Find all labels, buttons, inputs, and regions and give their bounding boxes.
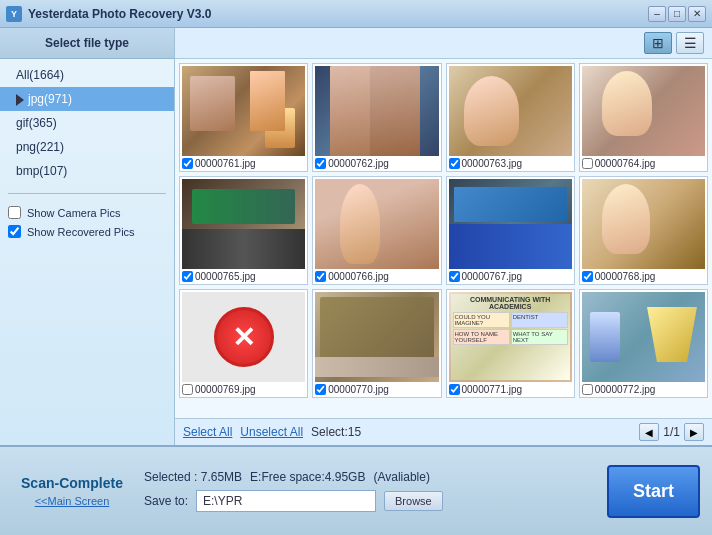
photo-label-11: 00000771.jpg — [449, 382, 572, 395]
file-type-all[interactable]: All(1664) — [0, 63, 174, 87]
list-view-button[interactable]: ☰ — [676, 32, 704, 54]
start-button[interactable]: Start — [607, 465, 700, 518]
photo-label-7: 00000767.jpg — [449, 269, 572, 282]
close-button[interactable]: ✕ — [688, 6, 706, 22]
selected-info-row: Selected : 7.65MB E:Free space:4.95GB (A… — [144, 470, 595, 484]
file-type-gif[interactable]: gif(365) — [0, 111, 174, 135]
free-space-info: E:Free space:4.95GB — [250, 470, 365, 484]
photo-cell-3: 00000763.jpg — [446, 63, 575, 172]
photo-thumb-8 — [582, 179, 705, 269]
photo-thumb-3 — [449, 66, 572, 156]
photo-name-1: 00000761.jpg — [195, 158, 256, 169]
grid-view-button[interactable]: ⊞ — [644, 32, 672, 54]
photo-name-2: 00000762.jpg — [328, 158, 389, 169]
show-camera-label: Show Camera Pics — [27, 207, 121, 219]
photo-check-8[interactable] — [582, 271, 593, 282]
photo-thumb-6 — [315, 179, 438, 269]
photo-grid-container[interactable]: 00000761.jpg 00000762.jpg — [175, 59, 712, 418]
browse-button[interactable]: Browse — [384, 491, 443, 511]
save-to-row: Save to: Browse — [144, 490, 595, 512]
photo-name-6: 00000766.jpg — [328, 271, 389, 282]
photo-name-12: 00000772.jpg — [595, 384, 656, 395]
main-screen-link[interactable]: <<Main Screen — [35, 495, 110, 507]
photo-check-12[interactable] — [582, 384, 593, 395]
photo-thumb-2 — [315, 66, 438, 156]
show-recovered-row: Show Recovered Pics — [8, 225, 166, 238]
selected-info: Selected : 7.65MB — [144, 470, 242, 484]
photo-label-1: 00000761.jpg — [182, 156, 305, 169]
photo-check-1[interactable] — [182, 158, 193, 169]
photo-name-3: 00000763.jpg — [462, 158, 523, 169]
prev-page-button[interactable]: ◀ — [639, 423, 659, 441]
page-info: 1/1 — [663, 425, 680, 439]
photo-name-11: 00000771.jpg — [462, 384, 523, 395]
photo-thumb-12 — [582, 292, 705, 382]
photo-name-9: 00000769.jpg — [195, 384, 256, 395]
toolbar-row: ⊞ ☰ — [175, 28, 712, 59]
photo-check-5[interactable] — [182, 271, 193, 282]
unselect-all-link[interactable]: Unselect All — [240, 425, 303, 439]
restore-button[interactable]: □ — [668, 6, 686, 22]
select-count: Select:15 — [311, 425, 361, 439]
active-arrow-icon — [16, 94, 24, 106]
photo-cell-12: 00000772.jpg — [579, 289, 708, 398]
photo-thumb-10 — [315, 292, 438, 382]
photo-name-4: 00000764.jpg — [595, 158, 656, 169]
photo-check-3[interactable] — [449, 158, 460, 169]
save-path-input[interactable] — [196, 490, 376, 512]
content-area: ⊞ ☰ 00000761.jpg — [175, 28, 712, 445]
file-type-png[interactable]: png(221) — [0, 135, 174, 159]
title-bar: Y Yesterdata Photo Recovery V3.0 – □ ✕ — [0, 0, 712, 28]
photo-check-2[interactable] — [315, 158, 326, 169]
photo-label-4: 00000764.jpg — [582, 156, 705, 169]
photo-check-9[interactable] — [182, 384, 193, 395]
scan-status: Scan-Complete <<Main Screen — [12, 475, 132, 507]
photo-label-6: 00000766.jpg — [315, 269, 438, 282]
camera-options: Show Camera Pics Show Recovered Pics — [0, 200, 174, 244]
photo-thumb-1 — [182, 66, 305, 156]
photo-cell-4: 00000764.jpg — [579, 63, 708, 172]
file-type-jpg[interactable]: jpg(971) — [0, 87, 174, 111]
photo-check-4[interactable] — [582, 158, 593, 169]
file-type-list: All(1664) jpg(971) gif(365) png(221) bmp… — [0, 59, 174, 187]
photo-thumb-4 — [582, 66, 705, 156]
photo-cell-5: 00000765.jpg — [179, 176, 308, 285]
photo-cell-7: 00000767.jpg — [446, 176, 575, 285]
photo-cell-10: 00000770.jpg — [312, 289, 441, 398]
photo-cell-2: 00000762.jpg — [312, 63, 441, 172]
show-recovered-checkbox[interactable] — [8, 225, 21, 238]
save-to-label: Save to: — [144, 494, 188, 508]
photo-thumb-7 — [449, 179, 572, 269]
show-recovered-label: Show Recovered Pics — [27, 226, 135, 238]
photo-label-3: 00000763.jpg — [449, 156, 572, 169]
photo-cell-9: ✕ 00000769.jpg — [179, 289, 308, 398]
file-type-bmp[interactable]: bmp(107) — [0, 159, 174, 183]
photo-name-10: 00000770.jpg — [328, 384, 389, 395]
bottom-info: Selected : 7.65MB E:Free space:4.95GB (A… — [144, 470, 595, 512]
photo-name-7: 00000767.jpg — [462, 271, 523, 282]
photo-cell-8: 00000768.jpg — [579, 176, 708, 285]
photo-label-9: 00000769.jpg — [182, 382, 305, 395]
pagination-bar: Select All Unselect All Select:15 ◀ 1/1 … — [175, 418, 712, 445]
page-nav: ◀ 1/1 ▶ — [639, 423, 704, 441]
next-page-button[interactable]: ▶ — [684, 423, 704, 441]
photo-label-8: 00000768.jpg — [582, 269, 705, 282]
available-info: (Avaliable) — [373, 470, 429, 484]
photo-label-2: 00000762.jpg — [315, 156, 438, 169]
photo-label-10: 00000770.jpg — [315, 382, 438, 395]
select-all-link[interactable]: Select All — [183, 425, 232, 439]
photo-cell-11: COMMUNICATING WITH ACADEMICS COULD YOU I… — [446, 289, 575, 398]
photo-check-10[interactable] — [315, 384, 326, 395]
photo-check-7[interactable] — [449, 271, 460, 282]
sidebar-divider — [8, 193, 166, 194]
app-title: Yesterdata Photo Recovery V3.0 — [28, 7, 211, 21]
photo-check-11[interactable] — [449, 384, 460, 395]
photo-cell-6: 00000766.jpg — [312, 176, 441, 285]
show-camera-checkbox[interactable] — [8, 206, 21, 219]
app-icon: Y — [6, 6, 22, 22]
photo-grid: 00000761.jpg 00000762.jpg — [179, 63, 708, 398]
show-camera-row: Show Camera Pics — [8, 206, 166, 219]
minimize-button[interactable]: – — [648, 6, 666, 22]
photo-label-12: 00000772.jpg — [582, 382, 705, 395]
photo-check-6[interactable] — [315, 271, 326, 282]
